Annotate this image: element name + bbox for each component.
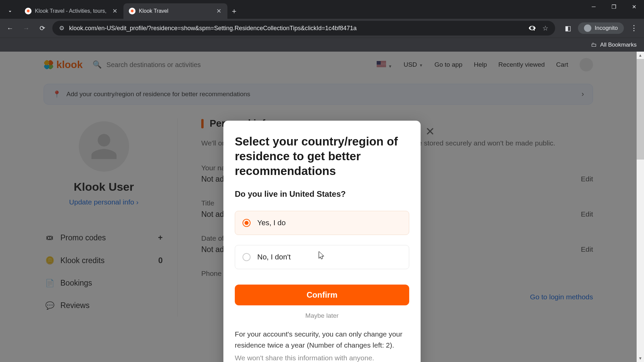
modal-title: Select your country/region of residence … [235, 134, 409, 178]
page-viewport: klook 🔍 Search destinations or activitie… [0, 52, 644, 362]
favicon-icon: ✱ [25, 8, 32, 14]
side-panel-icon[interactable]: ◧ [562, 22, 574, 34]
scrollbar-thumb[interactable] [637, 59, 644, 160]
radio-selected-icon [243, 219, 251, 227]
site-info-icon[interactable]: ⚙ [59, 24, 64, 32]
window-maximize-button[interactable]: ❐ [604, 0, 624, 13]
browser-menu-button[interactable]: ⋮ [628, 24, 640, 33]
modal-close-button[interactable]: ✕ [425, 125, 435, 138]
incognito-label: Incognito [595, 25, 618, 32]
nav-reload-button[interactable]: ⟳ [36, 22, 48, 34]
tab-title: Klook Travel - Activities, tours, [35, 8, 108, 14]
new-tab-button[interactable]: ＋ [227, 4, 241, 18]
option-yes[interactable]: Yes, I do [235, 211, 409, 235]
window-controls: ─ ❐ ✕ [584, 0, 644, 13]
bookmarks-bar: 🗀 All Bookmarks [0, 38, 644, 52]
browser-chrome: ✱ Klook Travel - Activities, tours, ✕ ✱ … [0, 0, 644, 52]
confirm-button[interactable]: Confirm [235, 285, 409, 305]
tab-close-icon[interactable]: ✕ [111, 7, 118, 15]
browser-toolbar: ← → ⟳ ⚙ klook.com/en-US/edit_profile/?re… [0, 19, 644, 38]
window-close-button[interactable]: ✕ [624, 0, 644, 13]
tab-close-icon[interactable]: ✕ [215, 7, 222, 15]
eye-off-icon[interactable]: 👁‍🗨 [528, 24, 536, 32]
incognito-icon [584, 24, 591, 32]
incognito-chip[interactable]: Incognito [578, 22, 624, 34]
tab-search-dropdown[interactable] [4, 5, 16, 17]
browser-tab-inactive[interactable]: ✱ Klook Travel - Activities, tours, ✕ [19, 3, 123, 19]
option-no[interactable]: No, I don't [235, 245, 409, 269]
modal-question: Do you live in United States? [235, 189, 409, 199]
tab-strip: ✱ Klook Travel - Activities, tours, ✕ ✱ … [0, 0, 644, 19]
modal-options: Yes, I do No, I don't [235, 211, 409, 269]
maybe-later-button[interactable]: Maybe later [235, 312, 409, 319]
nav-back-button[interactable]: ← [4, 22, 16, 34]
disclaimer-privacy-text: We won't share this information with any… [235, 353, 409, 362]
modal-disclaimer: For your account's security, you can onl… [235, 329, 409, 362]
all-bookmarks-button[interactable]: All Bookmarks [600, 42, 637, 48]
address-bar[interactable]: ⚙ klook.com/en-US/edit_profile/?residenc… [52, 21, 555, 36]
disclaimer-security-text: For your account's security, you can onl… [235, 329, 409, 351]
scrollbar-up-arrow-icon[interactable]: ▲ [637, 52, 644, 59]
tab-title: Klook Travel [139, 8, 212, 14]
nav-forward-button[interactable]: → [20, 22, 32, 34]
option-label: No, I don't [257, 253, 291, 261]
vertical-scrollbar[interactable]: ▲ ▼ [637, 52, 644, 362]
option-label: Yes, I do [257, 219, 286, 227]
folder-icon: 🗀 [591, 42, 597, 48]
favicon-icon: ✱ [129, 8, 136, 14]
window-minimize-button[interactable]: ─ [584, 0, 604, 13]
residence-modal: ✕ Select your country/region of residenc… [223, 121, 421, 362]
radio-unselected-icon [243, 253, 251, 261]
bookmark-star-icon[interactable]: ☆ [542, 24, 548, 32]
scrollbar-down-arrow-icon[interactable]: ▼ [637, 355, 644, 362]
url-text: klook.com/en-US/edit_profile/?residence=… [69, 25, 523, 32]
browser-tab-active[interactable]: ✱ Klook Travel ✕ [123, 3, 227, 19]
